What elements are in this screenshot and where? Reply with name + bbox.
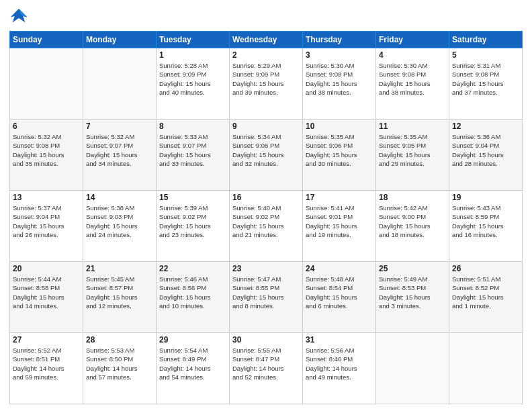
day-info: Sunrise: 5:32 AM Sunset: 9:08 PM Dayligh…: [13, 132, 80, 168]
day-info: Sunrise: 5:40 AM Sunset: 9:02 PM Dayligh…: [232, 203, 300, 239]
calendar-cell: 2Sunrise: 5:29 AM Sunset: 9:09 PM Daylig…: [230, 48, 303, 120]
day-number: 10: [306, 122, 373, 131]
day-number: 7: [86, 122, 153, 131]
day-info: Sunrise: 5:35 AM Sunset: 9:05 PM Dayligh…: [379, 132, 446, 168]
day-number: 16: [232, 193, 300, 202]
calendar-header-friday: Friday: [376, 32, 449, 48]
day-number: 11: [379, 122, 446, 131]
calendar-header-wednesday: Wednesday: [230, 32, 303, 48]
day-number: 14: [86, 193, 153, 202]
calendar-cell: 27Sunrise: 5:52 AM Sunset: 8:51 PM Dayli…: [10, 333, 83, 404]
calendar-cell: [449, 333, 523, 404]
day-number: 6: [13, 122, 80, 131]
day-number: 19: [452, 193, 519, 202]
day-info: Sunrise: 5:33 AM Sunset: 9:07 PM Dayligh…: [159, 132, 226, 168]
calendar-cell: 21Sunrise: 5:45 AM Sunset: 8:57 PM Dayli…: [83, 262, 157, 333]
day-number: 25: [379, 264, 446, 273]
calendar-cell: [376, 333, 449, 404]
day-number: 2: [232, 50, 300, 60]
day-info: Sunrise: 5:39 AM Sunset: 9:02 PM Dayligh…: [159, 203, 226, 239]
calendar-cell: [10, 48, 83, 120]
day-number: 27: [13, 335, 80, 345]
calendar-cell: 30Sunrise: 5:55 AM Sunset: 8:47 PM Dayli…: [230, 333, 303, 404]
calendar-week-row: 1Sunrise: 5:28 AM Sunset: 9:09 PM Daylig…: [10, 48, 523, 120]
calendar-week-row: 27Sunrise: 5:52 AM Sunset: 8:51 PM Dayli…: [10, 333, 523, 404]
day-info: Sunrise: 5:28 AM Sunset: 9:09 PM Dayligh…: [159, 61, 226, 97]
day-number: 24: [306, 264, 373, 273]
calendar-header-monday: Monday: [83, 32, 157, 48]
calendar-cell: 5Sunrise: 5:31 AM Sunset: 9:08 PM Daylig…: [449, 48, 523, 120]
day-number: 28: [86, 335, 153, 345]
day-number: 4: [379, 50, 446, 60]
calendar-header-row: SundayMondayTuesdayWednesdayThursdayFrid…: [10, 32, 523, 48]
day-info: Sunrise: 5:30 AM Sunset: 9:08 PM Dayligh…: [379, 61, 446, 97]
calendar-cell: 19Sunrise: 5:43 AM Sunset: 8:59 PM Dayli…: [449, 191, 523, 262]
calendar-table: SundayMondayTuesdayWednesdayThursdayFrid…: [9, 31, 523, 404]
calendar-header-sunday: Sunday: [10, 32, 83, 48]
calendar-cell: 26Sunrise: 5:51 AM Sunset: 8:52 PM Dayli…: [449, 262, 523, 333]
header: [9, 7, 523, 26]
day-info: Sunrise: 5:49 AM Sunset: 8:53 PM Dayligh…: [379, 275, 446, 310]
calendar-cell: 20Sunrise: 5:44 AM Sunset: 8:58 PM Dayli…: [10, 262, 83, 333]
calendar-cell: 1Sunrise: 5:28 AM Sunset: 9:09 PM Daylig…: [157, 48, 230, 120]
day-info: Sunrise: 5:38 AM Sunset: 9:03 PM Dayligh…: [86, 203, 153, 239]
page: SundayMondayTuesdayWednesdayThursdayFrid…: [0, 0, 532, 411]
day-info: Sunrise: 5:54 AM Sunset: 8:49 PM Dayligh…: [159, 346, 226, 381]
day-info: Sunrise: 5:32 AM Sunset: 9:07 PM Dayligh…: [86, 132, 153, 168]
calendar-cell: 15Sunrise: 5:39 AM Sunset: 9:02 PM Dayli…: [157, 191, 230, 262]
day-info: Sunrise: 5:43 AM Sunset: 8:59 PM Dayligh…: [452, 203, 519, 239]
day-info: Sunrise: 5:44 AM Sunset: 8:58 PM Dayligh…: [13, 275, 80, 310]
calendar-cell: 17Sunrise: 5:41 AM Sunset: 9:01 PM Dayli…: [303, 191, 376, 262]
calendar-cell: 23Sunrise: 5:47 AM Sunset: 8:55 PM Dayli…: [230, 262, 303, 333]
day-number: 9: [232, 122, 300, 131]
day-info: Sunrise: 5:41 AM Sunset: 9:01 PM Dayligh…: [306, 203, 373, 239]
logo-bird-icon: [9, 7, 28, 26]
day-info: Sunrise: 5:52 AM Sunset: 8:51 PM Dayligh…: [13, 346, 80, 381]
day-number: 26: [452, 264, 519, 273]
day-number: 17: [306, 193, 373, 202]
calendar-cell: 14Sunrise: 5:38 AM Sunset: 9:03 PM Dayli…: [83, 191, 157, 262]
day-info: Sunrise: 5:46 AM Sunset: 8:56 PM Dayligh…: [159, 275, 226, 310]
day-number: 1: [159, 50, 226, 60]
day-number: 15: [159, 193, 226, 202]
day-info: Sunrise: 5:48 AM Sunset: 8:54 PM Dayligh…: [306, 275, 373, 310]
day-info: Sunrise: 5:34 AM Sunset: 9:06 PM Dayligh…: [232, 132, 300, 168]
calendar-cell: 10Sunrise: 5:35 AM Sunset: 9:06 PM Dayli…: [303, 120, 376, 191]
day-info: Sunrise: 5:37 AM Sunset: 9:04 PM Dayligh…: [13, 203, 80, 239]
calendar-cell: 3Sunrise: 5:30 AM Sunset: 9:08 PM Daylig…: [303, 48, 376, 120]
day-number: 20: [13, 264, 80, 273]
calendar-cell: 31Sunrise: 5:56 AM Sunset: 8:46 PM Dayli…: [303, 333, 376, 404]
calendar-cell: 16Sunrise: 5:40 AM Sunset: 9:02 PM Dayli…: [230, 191, 303, 262]
day-number: 13: [13, 193, 80, 202]
calendar-cell: 8Sunrise: 5:33 AM Sunset: 9:07 PM Daylig…: [157, 120, 230, 191]
calendar-week-row: 20Sunrise: 5:44 AM Sunset: 8:58 PM Dayli…: [10, 262, 523, 333]
day-info: Sunrise: 5:35 AM Sunset: 9:06 PM Dayligh…: [306, 132, 373, 168]
day-number: 3: [306, 50, 373, 60]
calendar-cell: 7Sunrise: 5:32 AM Sunset: 9:07 PM Daylig…: [83, 120, 157, 191]
day-info: Sunrise: 5:45 AM Sunset: 8:57 PM Dayligh…: [86, 275, 153, 310]
calendar-header-tuesday: Tuesday: [157, 32, 230, 48]
calendar-cell: [83, 48, 157, 120]
calendar-cell: 29Sunrise: 5:54 AM Sunset: 8:49 PM Dayli…: [157, 333, 230, 404]
calendar-cell: 12Sunrise: 5:36 AM Sunset: 9:04 PM Dayli…: [449, 120, 523, 191]
day-info: Sunrise: 5:56 AM Sunset: 8:46 PM Dayligh…: [306, 346, 373, 381]
day-number: 22: [159, 264, 226, 273]
day-info: Sunrise: 5:30 AM Sunset: 9:08 PM Dayligh…: [306, 61, 373, 97]
day-info: Sunrise: 5:53 AM Sunset: 8:50 PM Dayligh…: [86, 346, 153, 381]
calendar-cell: 9Sunrise: 5:34 AM Sunset: 9:06 PM Daylig…: [230, 120, 303, 191]
calendar-cell: 18Sunrise: 5:42 AM Sunset: 9:00 PM Dayli…: [376, 191, 449, 262]
day-number: 21: [86, 264, 153, 273]
calendar-cell: 25Sunrise: 5:49 AM Sunset: 8:53 PM Dayli…: [376, 262, 449, 333]
day-info: Sunrise: 5:29 AM Sunset: 9:09 PM Dayligh…: [232, 61, 300, 97]
day-info: Sunrise: 5:47 AM Sunset: 8:55 PM Dayligh…: [232, 275, 300, 310]
day-info: Sunrise: 5:51 AM Sunset: 8:52 PM Dayligh…: [452, 275, 519, 310]
day-number: 8: [159, 122, 226, 131]
calendar-week-row: 13Sunrise: 5:37 AM Sunset: 9:04 PM Dayli…: [10, 191, 523, 262]
day-info: Sunrise: 5:42 AM Sunset: 9:00 PM Dayligh…: [379, 203, 446, 239]
logo: [9, 7, 31, 26]
calendar-cell: 28Sunrise: 5:53 AM Sunset: 8:50 PM Dayli…: [83, 333, 157, 404]
calendar-cell: 22Sunrise: 5:46 AM Sunset: 8:56 PM Dayli…: [157, 262, 230, 333]
calendar-cell: 24Sunrise: 5:48 AM Sunset: 8:54 PM Dayli…: [303, 262, 376, 333]
day-info: Sunrise: 5:31 AM Sunset: 9:08 PM Dayligh…: [452, 61, 519, 97]
calendar-week-row: 6Sunrise: 5:32 AM Sunset: 9:08 PM Daylig…: [10, 120, 523, 191]
